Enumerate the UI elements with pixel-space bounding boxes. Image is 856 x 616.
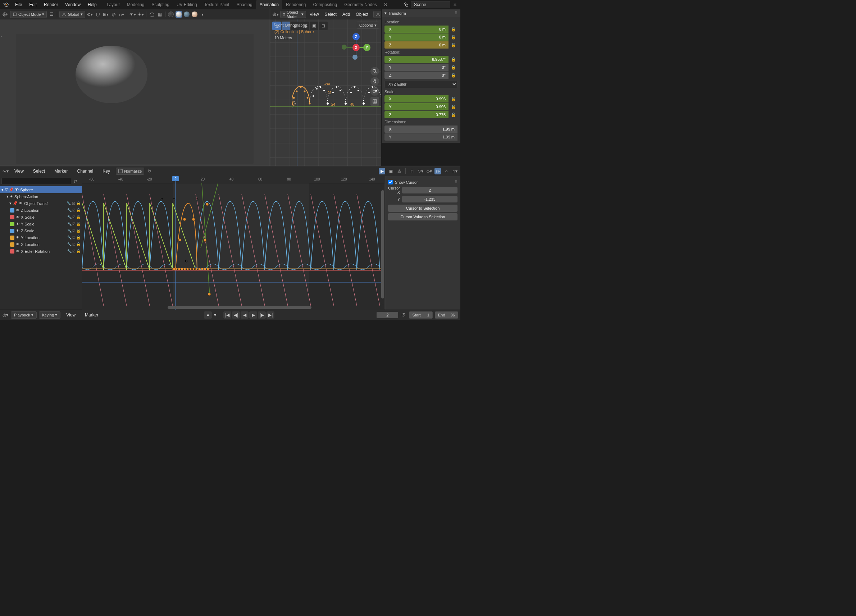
expand-toolbar-icon[interactable]: ▸ bbox=[1, 34, 3, 38]
rot-x-field[interactable]: -8.9587° bbox=[396, 56, 448, 63]
panel-header[interactable]: ▾ Transform⠿ bbox=[382, 9, 460, 17]
lock-icon[interactable]: 🔓 bbox=[450, 95, 457, 103]
axis-z-icon[interactable]: Z bbox=[353, 33, 360, 40]
show-cursor-checkbox[interactable] bbox=[388, 180, 393, 185]
gizmo-icon[interactable]: ▾ bbox=[137, 11, 144, 18]
tl-marker[interactable]: Marker bbox=[81, 310, 102, 320]
lock-icon[interactable]: 🔓 bbox=[76, 242, 80, 246]
lock-icon[interactable]: 🔓 bbox=[76, 249, 80, 253]
overlay-icon[interactable]: ◯ bbox=[149, 11, 155, 18]
cursor-y-field[interactable] bbox=[402, 196, 457, 202]
ge-warn-icon[interactable]: ⚠ bbox=[396, 168, 402, 174]
ws-more[interactable]: S bbox=[380, 0, 391, 9]
ge-filter-icon[interactable]: ▽▾ bbox=[417, 168, 424, 174]
wrench-icon[interactable]: 🔧 bbox=[67, 208, 72, 212]
tree-object[interactable]: ▾ ▽ 📌 👁 Sphere bbox=[0, 186, 82, 193]
lock-icon[interactable]: 🔓 bbox=[450, 72, 457, 79]
playback-dropdown[interactable]: Playback ▾ bbox=[11, 311, 37, 319]
lock-icon[interactable]: 🔓 bbox=[76, 215, 80, 219]
editor-type-icon[interactable]: ▾ bbox=[2, 168, 9, 174]
scale-z-field[interactable]: 0.775 bbox=[396, 111, 448, 118]
hamburger-icon[interactable]: ☰ bbox=[48, 11, 55, 18]
cursor-value-to-selection-button[interactable]: Cursor Value to Selection bbox=[388, 213, 457, 220]
ge-menu-marker[interactable]: Marker bbox=[51, 166, 71, 176]
zoom-icon[interactable] bbox=[371, 67, 379, 75]
eye-icon[interactable]: 👁 bbox=[16, 229, 19, 233]
autokey-icon[interactable]: ● bbox=[204, 311, 212, 319]
vp-menu-view[interactable]: View bbox=[308, 10, 321, 19]
wrench-icon[interactable]: 🔧 bbox=[67, 242, 72, 246]
lock-icon[interactable]: 🔓 bbox=[76, 236, 80, 240]
play-reverse-icon[interactable]: ◀ bbox=[241, 311, 248, 319]
ws-modeling[interactable]: Modeling bbox=[123, 0, 148, 9]
shading-wire-icon[interactable] bbox=[168, 11, 174, 18]
proportional-icon[interactable]: ◎ bbox=[111, 11, 117, 18]
lock-icon[interactable]: 🔓 bbox=[450, 34, 457, 41]
viewport-left[interactable]: ▾ Object Mode ▾ ☰ Global ▾ ⊙▾ ⊞▾ ◎ ∩▾ 👁▾… bbox=[0, 9, 270, 166]
axis-neg-y-icon[interactable] bbox=[342, 45, 347, 49]
autokey-dropdown[interactable]: ▾ bbox=[212, 311, 218, 319]
vp-menu-add[interactable]: Add bbox=[340, 10, 352, 19]
keying-dropdown[interactable]: Keying ▾ bbox=[39, 311, 61, 319]
scene-name-input[interactable] bbox=[411, 1, 450, 8]
ws-sculpting[interactable]: Sculpting bbox=[148, 0, 173, 9]
wrench-icon[interactable]: 🔧 bbox=[67, 222, 72, 226]
eye-icon[interactable]: 👁 bbox=[16, 215, 19, 219]
checkbox-icon[interactable]: ☑ bbox=[72, 242, 75, 246]
channel-row[interactable]: 👁Z Scale🔧 ☑ 🔓 bbox=[0, 227, 82, 234]
loc-z-field[interactable]: 0 m bbox=[396, 42, 448, 49]
blender-logo-icon[interactable] bbox=[2, 1, 9, 8]
ws-geonodes[interactable]: Geometry Nodes bbox=[340, 0, 380, 9]
cursor-x-field[interactable] bbox=[402, 187, 457, 194]
start-frame-field[interactable]: Start 1 bbox=[409, 311, 433, 319]
jump-end-icon[interactable]: ▶| bbox=[266, 311, 274, 319]
scene-browse-icon[interactable] bbox=[403, 2, 409, 8]
editor-type-icon[interactable]: ▾ bbox=[272, 11, 279, 18]
close-icon[interactable]: ✕ bbox=[452, 2, 458, 8]
rot-y-field[interactable]: 0° bbox=[396, 64, 448, 71]
mode-selector[interactable]: Object Mode ▾ bbox=[10, 11, 47, 18]
ws-layout[interactable]: Layout bbox=[103, 0, 123, 9]
channel-row[interactable]: 👁X Euler Rotation🔧 ☑ 🔓 bbox=[0, 248, 82, 255]
pivot-icon[interactable]: ⊙▾ bbox=[87, 11, 93, 18]
loc-x-field[interactable]: 0 m bbox=[396, 26, 448, 33]
ge-curve-icon[interactable]: ∩▾ bbox=[452, 168, 458, 174]
channel-row[interactable]: 👁X Scale🔧 ☑ 🔓 bbox=[0, 214, 82, 220]
rot-z-field[interactable]: 0° bbox=[396, 72, 448, 79]
checkbox-icon[interactable]: ☑ bbox=[72, 229, 75, 233]
rotation-mode-select[interactable]: XYZ Euler bbox=[385, 80, 457, 88]
ge-prop-icon[interactable]: ◎ bbox=[434, 168, 441, 174]
ws-rendering[interactable]: Rendering bbox=[282, 0, 309, 9]
ge-menu-select[interactable]: Select bbox=[29, 166, 49, 176]
graph-canvas[interactable]: -60 -40 -20 20 40 60 80 100 120 140 2 10… bbox=[82, 176, 385, 310]
eye-icon[interactable]: 👁 bbox=[16, 236, 19, 240]
menu-render[interactable]: Render bbox=[40, 0, 62, 9]
visibility-icon[interactable]: 👁▾ bbox=[129, 11, 136, 18]
play-icon[interactable]: ▶ bbox=[249, 311, 257, 319]
swap-icon[interactable]: ⇄ bbox=[74, 179, 77, 184]
snap-icon[interactable] bbox=[95, 11, 101, 18]
jump-start-icon[interactable]: |◀ bbox=[223, 311, 231, 319]
proportional-type-icon[interactable]: ∩▾ bbox=[119, 11, 125, 18]
scale-y-field[interactable]: 0.996 bbox=[396, 103, 448, 110]
axis-neg-z-icon[interactable] bbox=[353, 55, 357, 60]
menu-window[interactable]: Window bbox=[62, 0, 84, 9]
scale-x-field[interactable]: 0.996 bbox=[396, 95, 448, 103]
lock-icon[interactable]: 🔓 bbox=[76, 222, 80, 226]
tree-action[interactable]: ▾ ✦ SphereAction bbox=[0, 193, 82, 200]
mode-selector[interactable]: Object Mode ▾ bbox=[280, 11, 306, 18]
lock-icon[interactable]: 🔓 bbox=[450, 111, 457, 118]
lock-icon[interactable]: 🔓 bbox=[450, 64, 457, 71]
lock-icon[interactable]: 🔓 bbox=[450, 56, 457, 63]
shading-rendered-icon[interactable] bbox=[191, 11, 198, 18]
checkbox-icon[interactable]: ☑ bbox=[72, 236, 75, 240]
axis-x-icon[interactable]: X bbox=[353, 44, 360, 51]
loc-y-field[interactable]: 0 m bbox=[396, 34, 448, 41]
lock-icon[interactable]: 🔓 bbox=[76, 229, 80, 233]
prev-key-icon[interactable]: ◀| bbox=[232, 311, 240, 319]
axis-gizmo[interactable]: Z X Y bbox=[342, 33, 371, 62]
lock-icon[interactable]: 🔓 bbox=[450, 42, 457, 49]
current-frame-field[interactable] bbox=[377, 312, 398, 318]
channel-search-input[interactable] bbox=[2, 178, 71, 185]
shading-matprev-icon[interactable] bbox=[183, 11, 190, 18]
